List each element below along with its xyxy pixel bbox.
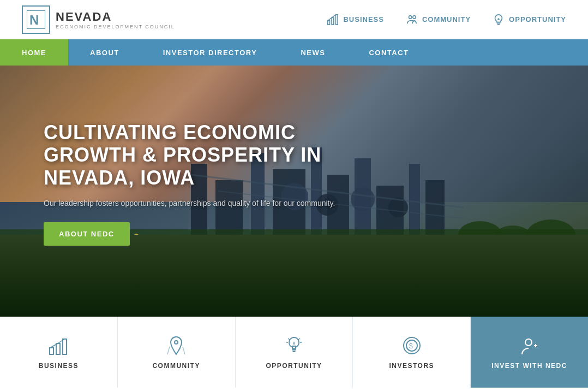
hero-ground [0,235,588,317]
logo-subtitle: ECONOMIC DEVELOPMENT COUNCIL [56,24,175,29]
svg-rect-3 [332,17,334,25]
top-bar: N NEVADA ECONOMIC DEVELOPMENT COUNCIL BU… [0,0,588,39]
card-investors-label: INVESTORS [389,362,434,370]
logo-box: N [22,5,50,34]
svg-line-46 [298,338,300,340]
nav-about[interactable]: ABOUT [68,39,141,66]
about-nedc-button[interactable]: ABOUT NEDC [44,222,130,246]
nav-contact[interactable]: CONTACT [347,39,430,66]
svg-rect-2 [328,20,330,24]
card-business[interactable]: BUSINESS [0,317,118,388]
card-community-label: COMMUNITY [152,362,200,370]
top-navigation: BUSINESS COMMUNITY OPPORTUNITY [327,14,566,26]
svg-point-5 [409,15,412,19]
logo-text: NEVADA ECONOMIC DEVELOPMENT COUNCIL [56,10,175,29]
top-nav-opportunity-label: OPPORTUNITY [509,15,566,23]
hero-title: CULTIVATING ECONOMIC GROWTH & PROSPERITY… [44,121,344,189]
hero-content: CULTIVATING ECONOMIC GROWTH & PROSPERITY… [44,121,344,246]
lightbulb-icon [493,14,505,26]
hero-subtitle: Our leadership fosters opportunities, pa… [44,198,344,209]
card-community[interactable]: COMMUNITY [118,317,236,388]
card-dollar-icon: $ [401,335,423,357]
top-nav-business[interactable]: BUSINESS [327,14,383,26]
card-business-label: BUSINESS [39,362,79,370]
top-nav-opportunity[interactable]: OPPORTUNITY [493,14,566,26]
card-person-icon [519,335,541,357]
top-nav-community-label: COMMUNITY [422,15,471,23]
card-investors[interactable]: $ INVESTORS [353,317,471,388]
card-bulb-icon [283,335,305,357]
card-invest-with-nedc[interactable]: INVEST WITH NEDC [471,317,588,388]
card-map-icon [165,335,187,357]
card-opportunity[interactable]: OPPORTUNITY [236,317,353,388]
svg-text:$: $ [409,342,413,350]
community-icon [406,14,418,26]
nav-investor-directory[interactable]: INVESTOR DIRECTORY [141,39,279,66]
svg-rect-40 [63,339,67,354]
nav-home[interactable]: HOME [0,39,68,66]
nav-news[interactable]: NEWS [279,39,347,66]
svg-point-6 [413,15,416,19]
hero-section: CULTIVATING ECONOMIC GROWTH & PROSPERITY… [0,66,588,317]
logo-n-icon: N [27,10,45,29]
card-invest-label: INVEST WITH NEDC [491,362,567,370]
svg-rect-38 [50,348,53,354]
logo[interactable]: N NEVADA ECONOMIC DEVELOPMENT COUNCIL [22,5,175,34]
chart-icon [327,14,339,26]
logo-title: NEVADA [56,10,175,24]
cards-row: BUSINESS COMMUNITY OPPORTUNITY [0,317,588,388]
svg-rect-4 [336,14,338,24]
svg-point-53 [525,339,532,346]
top-nav-community[interactable]: COMMUNITY [406,14,471,26]
top-nav-business-label: BUSINESS [343,15,383,23]
card-opportunity-label: OPPORTUNITY [266,362,322,370]
card-chart-icon [47,335,69,357]
svg-line-49 [288,338,290,340]
svg-point-41 [175,341,178,344]
svg-rect-39 [56,343,60,354]
svg-text:N: N [29,13,39,27]
main-navigation: HOME ABOUT INVESTOR DIRECTORY NEWS CONTA… [0,39,588,66]
